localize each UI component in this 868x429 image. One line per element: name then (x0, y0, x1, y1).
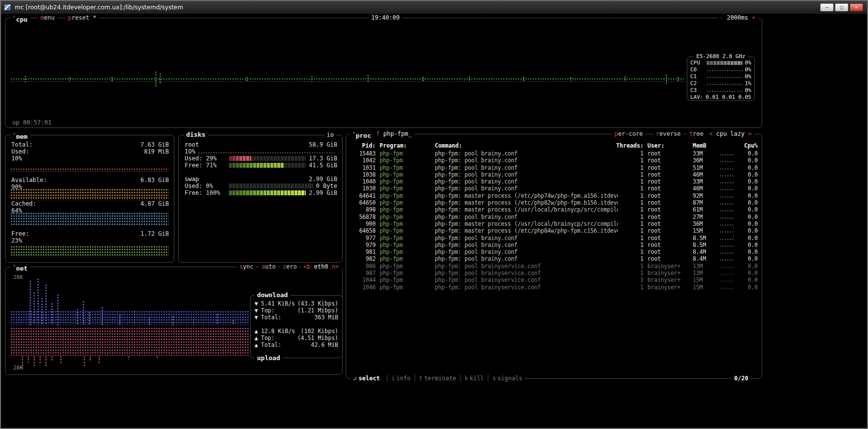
process-mem: 33M (693, 178, 715, 185)
process-row[interactable]: 1040 php-fpm php-fpm: pool brainy.conf 1… (350, 178, 758, 185)
process-pid: 64641 (350, 192, 376, 199)
process-threads: 1 (622, 206, 643, 213)
process-cpu: 0.0 (740, 192, 758, 199)
process-user: root (647, 150, 689, 157)
filter-input[interactable]: php-fpm_ (383, 130, 412, 137)
process-row[interactable]: 64641 php-fpm php-fpm: master process (/… (350, 192, 758, 199)
maximize-button[interactable]: □ (835, 3, 848, 11)
process-row[interactable]: 1044 php-fpm php-fpm: pool brainyservice… (350, 276, 758, 283)
disk-root-free-row: Free: 71% 41.5 GiB (185, 162, 337, 169)
process-footer: ↲ select │ i info │ t terminate │ k kill (351, 374, 524, 382)
minimize-button[interactable]: – (820, 3, 834, 11)
select-action[interactable]: select (358, 374, 380, 382)
terminal-area: ¹cpu menu preset * 19:40:09 - 2000ms + (1, 14, 867, 428)
process-user: root (647, 157, 689, 164)
process-threads: 1 (622, 255, 643, 262)
close-button[interactable]: × (850, 3, 863, 11)
footer-action[interactable]: │ i info (383, 374, 411, 382)
disk-swap-row: swap2.99 GiB (185, 176, 337, 183)
column-cpu[interactable]: Cpu% (744, 142, 758, 149)
download-stat-label: 5.41 KiB/s (261, 300, 295, 307)
net-zero-toggle[interactable]: zero (280, 263, 299, 271)
process-row[interactable]: 1042 php-fpm php-fpm: pool brainy.conf 1… (350, 157, 758, 164)
footer-action-label: terminate (424, 374, 456, 382)
process-row[interactable]: 64650 php-fpm php-fpm: master process (/… (350, 199, 758, 206)
sort-next-button[interactable]: > (748, 130, 752, 137)
process-row[interactable]: 1031 php-fpm php-fpm: pool brainy.conf 1… (350, 164, 758, 171)
column-program[interactable]: Program: (380, 142, 431, 149)
process-row[interactable]: 987 php-fpm php-fpm: pool brainyservice.… (350, 270, 758, 276)
process-row[interactable]: 986 php-fpm php-fpm: pool brainyservice.… (350, 263, 758, 270)
cpu-core-row: C0 0% (690, 66, 751, 73)
cpu-total-meter (707, 61, 742, 65)
net-auto-toggle[interactable]: auto (259, 263, 278, 271)
process-row[interactable]: 56878 php-fpm php-fpm: pool brainy.conf … (350, 214, 758, 220)
process-command: php-fpm: pool brainy.conf (435, 185, 618, 192)
process-filter[interactable]: f php-fpm_ (374, 130, 414, 138)
process-threads: 1 (622, 150, 643, 157)
window-titlebar[interactable]: mc [root@ub24.itdeveloper.com.ua]:/lib/s… (1, 1, 867, 14)
mem-free-graph (10, 245, 169, 257)
process-row[interactable]: 64658 php-fpm php-fpm: master process (/… (350, 227, 758, 234)
column-mem[interactable]: MemB (693, 142, 715, 149)
core-meter (707, 69, 742, 72)
upload-stat-label: Total: (261, 341, 282, 348)
process-threads: 1 (622, 276, 643, 283)
disks-io-toggle[interactable]: io (324, 131, 336, 139)
preset-button[interactable]: preset * (65, 14, 99, 22)
process-user: root (647, 171, 689, 178)
column-pid[interactable]: Pid: (362, 142, 376, 149)
process-row[interactable]: 15483 php-fpm php-fpm: pool brainy.conf … (350, 150, 758, 157)
per-core-toggle[interactable]: per-core (612, 130, 645, 138)
interface-prev-button[interactable]: <b (303, 263, 310, 270)
process-row[interactable]: 982 php-fpm php-fpm: pool brainy.conf 1 … (350, 255, 758, 262)
process-user: root (647, 248, 689, 255)
refresh-interval: - 2000ms + (717, 14, 758, 22)
download-stat-label: Top: (261, 307, 275, 314)
cpu-panel-title: ¹cpu (10, 14, 30, 24)
process-mem-graph (719, 217, 734, 219)
column-command[interactable]: Command: (435, 142, 618, 149)
footer-action-key: i (391, 374, 395, 382)
process-row[interactable]: 1046 php-fpm php-fpm: pool brainyservice… (350, 284, 758, 291)
process-program: php-fpm (380, 192, 431, 199)
footer-action[interactable]: │ s signals (484, 374, 522, 382)
process-row[interactable]: 981 php-fpm php-fpm: pool brainy.conf 1 … (350, 248, 758, 255)
app-icon (4, 4, 11, 11)
process-pid: 15483 (350, 150, 376, 157)
process-mem: 13M (693, 270, 715, 276)
download-stat-label: Total: (261, 314, 282, 321)
menu-button[interactable]: menu (38, 14, 57, 22)
process-row[interactable]: 1038 php-fpm php-fpm: pool brainy.conf 1… (350, 171, 758, 178)
footer-action-label: info (396, 374, 411, 382)
interface-next-button[interactable]: n> (332, 263, 339, 270)
process-row[interactable]: 977 php-fpm php-fpm: pool brainy.conf 1 … (350, 235, 758, 242)
column-user[interactable]: User: (647, 142, 689, 149)
process-threads: 1 (622, 178, 643, 185)
process-cpu: 0.0 (740, 227, 758, 234)
process-mem: 92M (693, 192, 715, 199)
interval-increase-button[interactable]: + (752, 14, 755, 21)
net-interface-switcher: <b eth0 n> (301, 263, 341, 271)
footer-action[interactable]: │ k kill (456, 374, 483, 382)
core-label: C3 (690, 87, 704, 94)
footer-action[interactable]: │ t terminate (411, 374, 456, 382)
process-row[interactable]: 979 php-fpm php-fpm: pool brainy.conf 1 … (350, 242, 758, 248)
process-user: root (647, 242, 689, 248)
process-row[interactable]: 900 php-fpm php-fpm: master process (/us… (350, 220, 758, 227)
process-cpu: 0.0 (740, 235, 758, 242)
interval-decrease-button[interactable]: - (720, 14, 723, 21)
net-sync-toggle[interactable]: sync (237, 263, 256, 271)
column-threads[interactable]: Threads: (616, 142, 643, 149)
process-mem: 8.5M (693, 242, 715, 248)
process-row[interactable]: 898 php-fpm php-fpm: master process (/us… (350, 206, 758, 213)
tree-toggle[interactable]: tree (687, 130, 706, 138)
disk-swap-used-row: Used: 0% 0 Byte (185, 183, 337, 189)
process-row[interactable]: 1030 php-fpm php-fpm: pool brainy.conf 1… (350, 185, 758, 192)
process-mem-graph (719, 168, 734, 170)
sort-prev-button[interactable]: < (709, 130, 712, 137)
download-stat-value: (43.3 Kibps) (297, 300, 338, 307)
reverse-toggle[interactable]: reverse (653, 130, 683, 138)
process-mem: 33M (693, 150, 715, 157)
process-command: php-fpm: pool brainy.conf (435, 178, 618, 185)
